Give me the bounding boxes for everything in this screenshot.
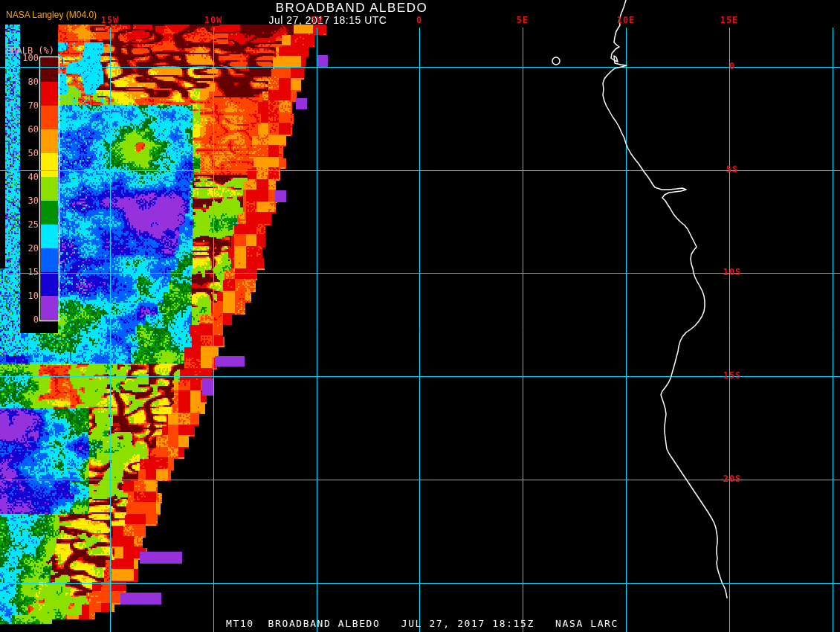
legend-tick-100: 100 [0, 53, 39, 63]
albedo-map-viewport: NASA Langley (M04.0) BROADBAND ALBEDO Ju… [0, 0, 840, 632]
lat-label-15S: 15S [723, 370, 742, 381]
legend-tick-20: 20 [0, 243, 39, 254]
legend-tick-30: 30 [0, 196, 39, 206]
timestamp-subtitle: Jul 27, 2017 18:15 UTC [269, 14, 387, 26]
lon-label-10E: 10E [617, 15, 636, 25]
legend-tick-60: 60 [0, 124, 39, 135]
page-title: BROADBAND ALBEDO [276, 1, 427, 16]
lon-label-5E: 5E [517, 15, 529, 25]
lon-label-10W: 10W [204, 15, 223, 25]
legend-tick-10: 10 [0, 291, 39, 301]
lon-label-15W: 15W [101, 15, 120, 25]
albedo-map-canvas [0, 0, 840, 632]
lon-label-15E: 15E [720, 15, 739, 25]
footer-caption: MT10 BROADBAND ALBEDO JUL 27, 2017 18:15… [226, 618, 618, 629]
legend-tick-50: 50 [0, 148, 39, 158]
lat-label-0: 0 [729, 61, 735, 71]
lat-label-20S: 20S [723, 474, 742, 484]
lon-label-0: 0 [416, 15, 422, 25]
lat-label-10S: 10S [723, 267, 742, 277]
legend-tick-40: 40 [0, 172, 39, 182]
legend-tick-80: 80 [0, 77, 39, 87]
nasa-langley-watermark: NASA Langley (M04.0) [6, 10, 97, 20]
legend-tick-25: 25 [0, 219, 39, 230]
legend-tick-70: 70 [0, 100, 39, 111]
lat-label-5S: 5S [726, 164, 738, 175]
legend-tick-0: 0 [0, 315, 39, 325]
lon-label-5W: 5W [311, 15, 323, 25]
legend-tick-15: 15 [0, 267, 39, 277]
